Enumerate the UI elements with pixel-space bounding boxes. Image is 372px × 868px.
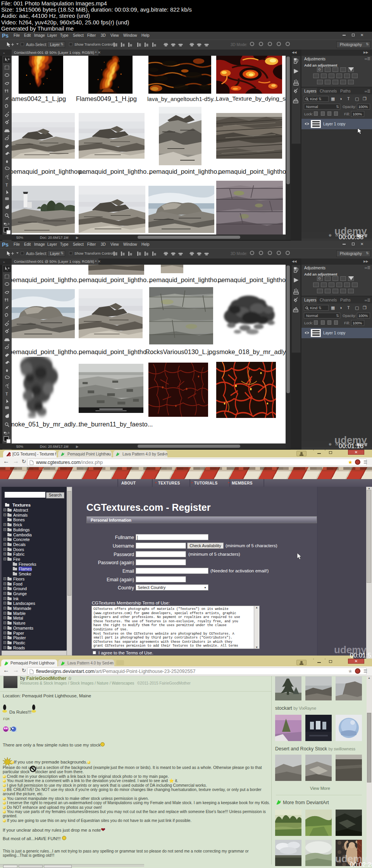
svg-text:T: T: [5, 392, 8, 396]
svg-text:T: T: [5, 183, 8, 187]
